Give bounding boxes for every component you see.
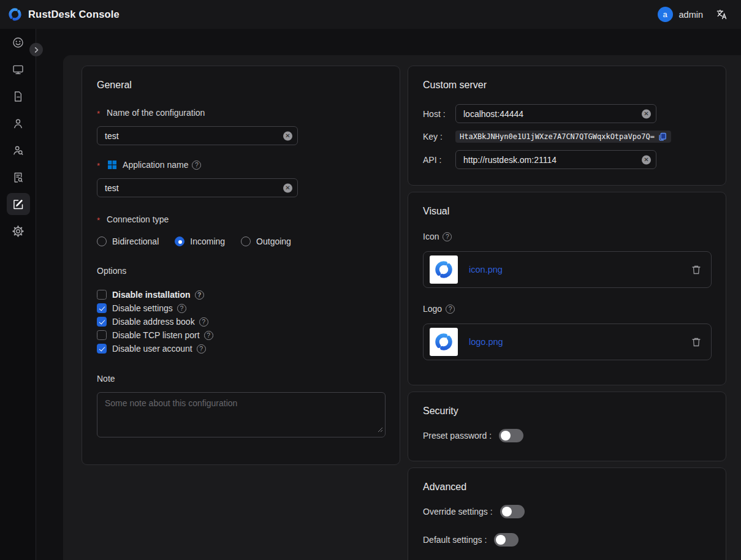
radio-icon (175, 236, 184, 246)
key-label: Key : (423, 132, 455, 142)
help-icon[interactable]: ? (195, 290, 204, 300)
note-textarea[interactable] (97, 392, 386, 437)
main-content: General Name of the configuration ✕ Appl… (63, 55, 741, 560)
radio-label: Incoming (190, 236, 225, 246)
connection-type-group: Bidirectional Incoming Outgoing (97, 236, 385, 246)
server-key-value: HtaXBkJNHyn0e1U1jWXze7A7CN7QTGWqxkOtpaVp… (455, 131, 671, 143)
copy-icon[interactable] (658, 132, 667, 141)
config-name-label: Name of the configuration (97, 108, 385, 118)
checkbox-disable-address-book[interactable]: Disable address book? (97, 315, 385, 328)
checkbox-disable-user-account[interactable]: Disable user account? (97, 342, 385, 355)
help-icon[interactable]: ? (446, 305, 455, 314)
help-icon[interactable]: ? (192, 161, 201, 170)
checkbox-icon (97, 344, 107, 354)
clear-icon[interactable]: ✕ (642, 155, 651, 164)
edit-icon (12, 198, 25, 211)
custom-server-card: Custom server Host : ✕ Key : HtaXBkJNHyn… (408, 66, 726, 186)
checkbox-icon (97, 290, 107, 300)
smiley-icon (12, 36, 25, 49)
clear-icon[interactable]: ✕ (283, 131, 292, 140)
security-card: Security Preset password : (408, 392, 726, 461)
general-card: General Name of the configuration ✕ Appl… (82, 66, 400, 465)
user-menu[interactable]: a admin (658, 7, 704, 22)
override-settings-label: Override settings : (423, 507, 493, 516)
host-label: Host : (423, 109, 455, 119)
delete-icon[interactable] (691, 337, 701, 347)
api-label: API : (423, 155, 455, 165)
toggle-knob (502, 507, 512, 516)
radio-incoming[interactable]: Incoming (175, 236, 225, 246)
default-settings-label: Default settings : (423, 535, 487, 545)
application-name-input[interactable] (97, 178, 298, 197)
icon-upload-row: icon.png (423, 251, 712, 288)
radio-label: Bidirectional (112, 236, 159, 246)
sidebar-item-peers[interactable] (0, 137, 36, 164)
avatar[interactable]: a (658, 7, 673, 22)
toggle-knob (496, 535, 506, 545)
preset-password-label: Preset password : (423, 431, 492, 441)
user-icon (12, 117, 25, 130)
user-search-icon (12, 144, 25, 157)
radio-outgoing[interactable]: Outgoing (241, 236, 291, 246)
clear-icon[interactable]: ✕ (283, 183, 292, 192)
monitor-icon (12, 63, 25, 76)
sidebar-item-settings[interactable] (0, 218, 36, 244)
host-input[interactable] (455, 104, 656, 123)
default-settings-toggle[interactable] (494, 533, 519, 547)
logo-upload-row: logo.png (423, 324, 712, 360)
sidebar-item-logs[interactable] (0, 164, 36, 191)
checkbox-icon (97, 303, 107, 313)
radio-label: Outgoing (256, 236, 291, 246)
security-title: Security (423, 406, 711, 417)
app-title: RustDesk Console (28, 9, 120, 20)
chevron-right-icon (33, 47, 40, 53)
api-input[interactable] (455, 150, 656, 169)
logo-label: Logo ? (423, 304, 711, 314)
radio-icon (241, 236, 251, 246)
delete-icon[interactable] (691, 265, 701, 275)
custom-server-title: Custom server (423, 80, 711, 91)
help-icon[interactable]: ? (177, 304, 186, 313)
clear-icon[interactable]: ✕ (642, 109, 651, 118)
config-name-input[interactable] (97, 126, 298, 145)
toggle-knob (501, 431, 511, 441)
icon-label: Icon ? (423, 232, 711, 241)
help-icon[interactable]: ? (197, 344, 206, 354)
preset-password-toggle[interactable] (499, 429, 523, 442)
checkbox-disable-tcp-listen-port[interactable]: Disable TCP listen port? (97, 328, 385, 342)
advanced-title: Advanced (423, 482, 711, 493)
help-icon[interactable]: ? (204, 331, 213, 340)
icon-file-link[interactable]: icon.png (469, 265, 503, 274)
sidebar-item-audit[interactable] (0, 83, 36, 110)
document-icon (12, 90, 25, 103)
topbar: RustDesk Console a admin (0, 0, 741, 29)
checkbox-disable-settings[interactable]: Disable settings? (97, 301, 385, 315)
general-title: General (97, 80, 385, 91)
brand[interactable]: RustDesk Console (7, 7, 120, 22)
override-settings-toggle[interactable] (500, 505, 525, 518)
radio-icon (97, 236, 107, 246)
checkbox-disable-installation[interactable]: Disable installation? (97, 288, 385, 301)
connection-type-label: Connection type (97, 214, 385, 224)
gear-icon (12, 225, 25, 238)
sidebar-item-users[interactable] (0, 110, 36, 137)
rustdesk-logo-icon (7, 7, 23, 22)
translate-icon (716, 9, 728, 20)
username: admin (679, 10, 704, 20)
language-button[interactable] (714, 7, 729, 22)
help-icon[interactable]: ? (443, 232, 452, 241)
sidebar-item-configurations[interactable] (0, 191, 36, 218)
sidebar-item-devices[interactable] (0, 56, 36, 83)
visual-title: Visual (423, 206, 711, 217)
note-label: Note (97, 374, 385, 384)
windows-icon (107, 160, 117, 170)
advanced-card: Advanced Override settings : Default set… (408, 467, 726, 560)
radio-bidirectional[interactable]: Bidirectional (97, 236, 159, 246)
logo-thumbnail (430, 328, 458, 356)
checkbox-icon (97, 330, 107, 340)
help-icon[interactable]: ? (199, 317, 208, 327)
logo-file-link[interactable]: logo.png (469, 337, 503, 347)
sidebar-collapse-button[interactable] (29, 43, 43, 56)
application-name-label: Application name ? (97, 160, 385, 170)
document-search-icon (12, 171, 25, 184)
